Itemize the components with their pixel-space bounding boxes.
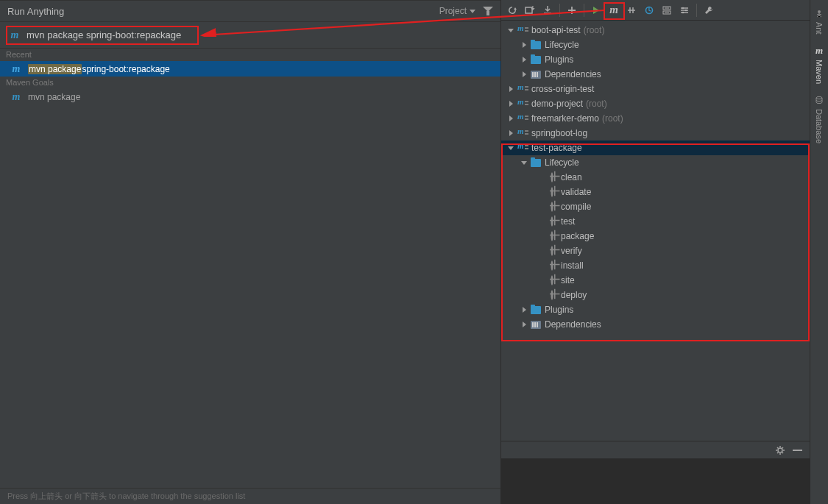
chevron-right-icon[interactable]	[519, 305, 529, 315]
run-icon[interactable]	[588, 2, 604, 18]
side-tab-maven[interactable]: m Maven	[811, 40, 827, 88]
maven-lifecycle-goal[interactable]: compile	[501, 199, 810, 214]
maven-lifecycle-goal[interactable]: validate	[501, 185, 810, 199]
side-tab-ant[interactable]: Ant	[811, 3, 827, 39]
run-anything-panel: Run Anything Project m mvn package sprin…	[0, 0, 500, 504]
recent-item-rest: spring-boot:repackage	[82, 64, 169, 74]
maven-module-node[interactable]: freemarker-demo(root)	[501, 111, 810, 126]
maven-icon: m	[10, 92, 22, 102]
maven-plugins-node[interactable]: Plugins	[501, 52, 810, 67]
tree-node-label: package	[561, 231, 594, 241]
maven-module-icon	[517, 98, 528, 110]
tree-node-label: Dependencies	[545, 69, 601, 79]
maven-module-icon	[517, 83, 528, 95]
execute-maven-goal-icon[interactable]: m	[606, 2, 622, 18]
project-scope-label: Project	[439, 6, 467, 16]
maven-icon: m	[813, 45, 825, 57]
side-tab-label: Database	[815, 109, 824, 143]
tree-node-label: springboot-log	[531, 128, 587, 138]
tree-node-label: Lifecycle	[545, 40, 579, 50]
tree-node-label: Plugins	[545, 54, 573, 65]
hide-icon[interactable]	[793, 450, 802, 451]
maven-lifecycle-goal[interactable]: site	[501, 273, 810, 288]
generate-sources-icon[interactable]	[522, 2, 538, 18]
recent-item[interactable]: m mvn package spring-boot:repackage	[0, 61, 500, 77]
tree-node-label: Lifecycle	[545, 157, 579, 168]
maven-goal-label: mvn package	[28, 92, 80, 102]
maven-module-node[interactable]: demo-project(root)	[501, 96, 810, 111]
maven-goal-item[interactable]: m mvn package	[0, 89, 500, 105]
gear-icon	[546, 260, 558, 271]
maven-tool-window: m boot-api-test(root)LifecyclePluginsDep…	[500, 0, 810, 504]
chevron-right-icon[interactable]	[519, 69, 529, 79]
tree-node-label: demo-project	[531, 99, 583, 109]
gear-icon	[546, 245, 558, 257]
run-anything-search-row[interactable]: m mvn package spring-boot:repackage	[0, 22, 500, 49]
maven-module-icon	[517, 127, 528, 139]
maven-lifecycle-goal[interactable]: deploy	[501, 288, 810, 302]
filter-icon[interactable]	[483, 7, 493, 15]
gear-icon[interactable]	[775, 445, 785, 455]
tree-node-label: Dependencies	[545, 319, 601, 330]
gear-icon	[546, 171, 558, 183]
maven-module-node[interactable]: cross-origin-test	[501, 82, 810, 96]
gear-icon	[546, 201, 558, 213]
chevron-right-icon[interactable]	[506, 84, 516, 94]
maven-lifecycle-goal[interactable]: install	[501, 258, 810, 273]
tree-node-label: compile	[561, 202, 591, 212]
maven-module-icon	[517, 24, 528, 36]
chevron-right-icon[interactable]	[519, 319, 529, 330]
maven-module-node[interactable]: boot-api-test(root)	[501, 23, 810, 38]
gear-icon	[546, 230, 558, 242]
maven-module-node[interactable]: test-package	[501, 141, 810, 155]
tree-node-label: validate	[561, 187, 591, 197]
maven-dependencies-node[interactable]: Dependencies	[501, 317, 810, 332]
maven-lifecycle-goal[interactable]: package	[501, 229, 810, 244]
tree-node-label: boot-api-test	[531, 25, 581, 35]
gear-icon	[546, 216, 558, 227]
recent-match-highlight: mvn package	[28, 64, 82, 74]
gear-icon	[546, 274, 558, 286]
chevron-down-icon[interactable]	[519, 157, 529, 168]
svg-point-9	[816, 96, 822, 99]
refresh-icon[interactable]	[504, 2, 520, 18]
chevron-right-icon[interactable]	[506, 99, 516, 109]
folder-icon	[530, 304, 542, 316]
tree-node-suffix: (root)	[584, 25, 605, 35]
side-tab-database[interactable]: Database	[811, 90, 827, 148]
ant-icon	[813, 7, 825, 19]
svg-point-5	[685, 9, 687, 11]
download-sources-icon[interactable]	[539, 2, 556, 18]
svg-point-4	[682, 7, 684, 9]
chevron-down-icon[interactable]	[506, 143, 516, 153]
chevron-down-icon[interactable]	[506, 25, 516, 35]
project-scope-dropdown[interactable]: Project	[439, 6, 475, 16]
chevron-right-icon[interactable]	[506, 128, 516, 138]
maven-lifecycle-node[interactable]: Lifecycle	[501, 38, 810, 52]
maven-module-node[interactable]: springboot-log	[501, 126, 810, 141]
folder-icon	[530, 39, 542, 51]
collapse-all-icon[interactable]	[659, 2, 675, 18]
toggle-offline-icon[interactable]	[623, 2, 640, 18]
maven-lifecycle-goal[interactable]: verify	[501, 244, 810, 258]
chevron-right-icon[interactable]	[506, 113, 516, 124]
gear-icon	[546, 289, 558, 301]
show-settings-icon[interactable]	[676, 2, 693, 18]
maven-lifecycle-goal[interactable]: test	[501, 214, 810, 229]
chevron-right-icon[interactable]	[519, 54, 529, 65]
tree-node-label: test	[561, 216, 575, 227]
tree-node-label: clean	[561, 172, 582, 182]
add-icon[interactable]	[564, 2, 580, 18]
chevron-right-icon[interactable]	[519, 40, 529, 50]
wrench-icon[interactable]	[701, 2, 717, 18]
dependencies-icon	[530, 319, 542, 330]
maven-goals-section-label: Maven Goals	[0, 77, 500, 89]
maven-lifecycle-goal[interactable]: clean	[501, 170, 810, 185]
maven-plugins-node[interactable]: Plugins	[501, 302, 810, 317]
chevron-down-icon	[470, 10, 475, 13]
maven-toolbar: m	[501, 0, 810, 21]
reimport-icon[interactable]	[641, 2, 657, 18]
maven-dependencies-node[interactable]: Dependencies	[501, 67, 810, 82]
maven-project-tree[interactable]: boot-api-test(root)LifecyclePluginsDepen…	[501, 21, 810, 441]
maven-lifecycle-node[interactable]: Lifecycle	[501, 155, 810, 170]
